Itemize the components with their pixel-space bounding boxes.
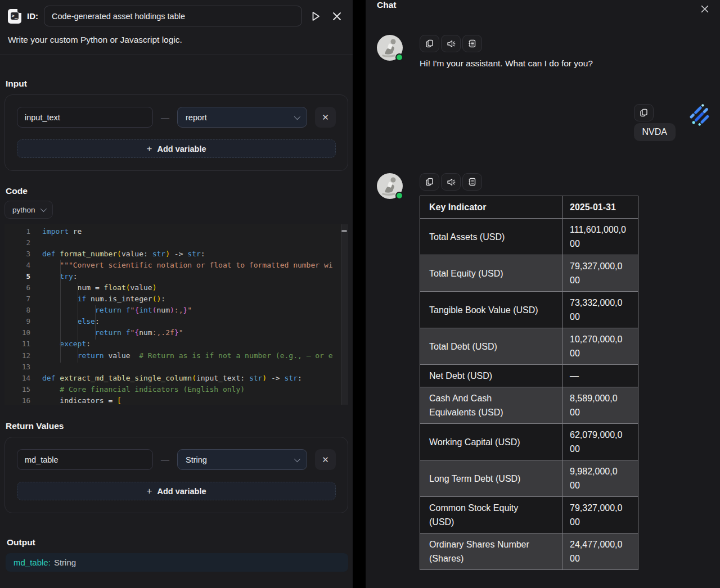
indicator-cell: Total Assets (USD) xyxy=(420,219,562,255)
code-line[interactable]: 10 return f"{num:,.2f}" xyxy=(4,327,348,338)
copy-button[interactable] xyxy=(634,104,654,121)
table-row: Net Debt (USD)— xyxy=(420,365,638,387)
language-select[interactable]: python xyxy=(4,201,53,219)
indent-guide xyxy=(95,305,96,340)
line-number: 11 xyxy=(4,340,30,348)
return-variable-type-select[interactable]: String xyxy=(177,449,307,470)
indicator-cell: Total Debt (USD) xyxy=(420,328,562,365)
plus-icon: + xyxy=(147,486,152,497)
line-number: 6 xyxy=(4,283,30,292)
editor-scrollbar-thumb[interactable] xyxy=(341,230,347,232)
add-return-variable-button[interactable]: + Add variable xyxy=(17,482,336,500)
code-node-icon: >_ xyxy=(8,9,21,24)
code-line[interactable]: 6 num = float(value) xyxy=(4,282,348,293)
output-variable-type: String xyxy=(54,558,76,567)
indicator-cell: Common Stock Equity (USD) xyxy=(420,497,562,533)
editor-header: >_ ID: xyxy=(0,0,353,26)
user-message-bubble: NVDA xyxy=(634,123,676,141)
copy-icon xyxy=(639,108,649,117)
code-editor[interactable]: 1import re23def format_number(value: str… xyxy=(4,224,348,405)
line-number: 15 xyxy=(4,385,30,393)
notebook-icon xyxy=(467,177,477,187)
return-variable-name-field[interactable] xyxy=(17,449,153,470)
code-line[interactable]: 11 except: xyxy=(4,338,348,350)
line-number: 16 xyxy=(4,396,30,405)
close-icon xyxy=(331,11,343,22)
value-cell: 62,079,000,000 xyxy=(562,424,638,460)
assistant-avatar xyxy=(377,35,403,61)
output-section-title: Output xyxy=(7,537,353,548)
line-number: 10 xyxy=(4,328,30,337)
line-number: 12 xyxy=(4,351,30,360)
chevron-down-icon xyxy=(40,206,46,212)
run-button[interactable] xyxy=(308,8,323,24)
code-line[interactable]: 7 if num.is_integer(): xyxy=(4,293,348,305)
code-line[interactable]: 3def format_number(value: str) -> str: xyxy=(4,248,348,259)
code-line[interactable]: 12 return value # Return as is if not a … xyxy=(4,350,348,361)
input-variables-container: — report ✕ + Add variable xyxy=(4,94,348,171)
online-status-dot xyxy=(395,53,403,61)
chevron-down-icon xyxy=(294,113,300,119)
code-line[interactable]: 2 xyxy=(4,237,348,248)
read-aloud-button[interactable] xyxy=(441,35,461,52)
play-icon xyxy=(309,10,322,22)
code-line[interactable]: 9 else: xyxy=(4,316,348,327)
editor-subtitle: Write your custom Python or Javascript l… xyxy=(8,35,345,45)
table-row: Total Debt (USD)10,270,000,000 xyxy=(420,328,638,365)
close-chat-button[interactable] xyxy=(697,1,713,17)
close-icon xyxy=(700,4,710,14)
message-toolbar xyxy=(420,35,593,52)
variable-separator: — xyxy=(161,112,169,122)
input-variable-row: — report ✕ xyxy=(17,107,336,128)
remove-return-variable-button[interactable]: ✕ xyxy=(315,449,336,470)
chat-panel: Chat xyxy=(366,0,720,588)
remove-input-variable-button[interactable]: ✕ xyxy=(315,107,336,128)
input-variable-name-field[interactable] xyxy=(17,107,153,128)
table-row: Cash And Cash Equivalents (USD)8,589,000… xyxy=(420,387,638,424)
copy-button[interactable] xyxy=(420,35,439,52)
table-header-date: 2025-01-31 xyxy=(562,196,638,219)
code-line[interactable]: 8 return f"{int(num):,}" xyxy=(4,305,348,316)
add-input-variable-button[interactable]: + Add variable xyxy=(17,139,336,158)
table-header-indicator: Key Indicator xyxy=(420,196,562,219)
table-row: Tangible Book Value (USD)73,332,000,000 xyxy=(420,292,638,328)
line-number: 13 xyxy=(4,363,30,371)
code-line[interactable]: 4 """Convert scientific notation or floa… xyxy=(4,259,348,270)
value-cell: 73,332,000,000 xyxy=(562,292,638,328)
log-button[interactable] xyxy=(462,173,482,191)
code-line[interactable]: 14def extract_md_table_single_column(inp… xyxy=(4,372,348,383)
speaker-icon xyxy=(446,177,456,187)
notebook-icon xyxy=(467,39,477,48)
line-number: 2 xyxy=(4,238,30,247)
line-number: 4 xyxy=(4,261,30,269)
code-line[interactable]: 13 xyxy=(4,361,348,372)
read-aloud-button[interactable] xyxy=(441,173,461,191)
close-editor-button[interactable] xyxy=(329,8,345,24)
log-button[interactable] xyxy=(462,35,482,52)
table-row: Common Stock Equity (USD)79,327,000,000 xyxy=(420,497,638,533)
code-line[interactable]: 15 # Core financial indicators (English … xyxy=(4,383,348,395)
code-node-panel: >_ ID: Write your custom Python or Javas… xyxy=(0,0,353,588)
value-cell: 10,270,000,000 xyxy=(562,328,638,365)
code-line[interactable]: 1import re xyxy=(4,225,348,237)
table-row: Ordinary Shares Number (Shares)24,477,00… xyxy=(420,533,638,570)
financial-indicators-table: Key Indicator 2025-01-31 Total Assets (U… xyxy=(420,196,638,570)
line-number: 9 xyxy=(4,317,30,325)
code-line[interactable]: 5 try: xyxy=(4,270,348,282)
node-id-input[interactable] xyxy=(44,6,302,26)
code-line[interactable]: 16 indicators = [ xyxy=(4,395,348,405)
copy-button[interactable] xyxy=(420,173,439,191)
line-number: 3 xyxy=(4,250,30,258)
divider xyxy=(0,55,353,55)
value-cell: 111,601,000,000 xyxy=(562,219,638,255)
value-cell: 8,589,000,000 xyxy=(562,387,638,424)
value-cell: 79,327,000,000 xyxy=(562,255,638,292)
id-label: ID: xyxy=(27,11,38,21)
message-toolbar xyxy=(420,173,638,191)
table-row: Long Term Debt (USD)9,982,000,000 xyxy=(420,460,638,497)
value-cell: 79,327,000,000 xyxy=(562,497,638,533)
input-variable-value-select[interactable]: report xyxy=(177,107,307,128)
value-cell: 24,477,000,000 xyxy=(562,533,638,570)
online-status-dot xyxy=(395,192,403,200)
plus-icon: + xyxy=(147,143,152,155)
